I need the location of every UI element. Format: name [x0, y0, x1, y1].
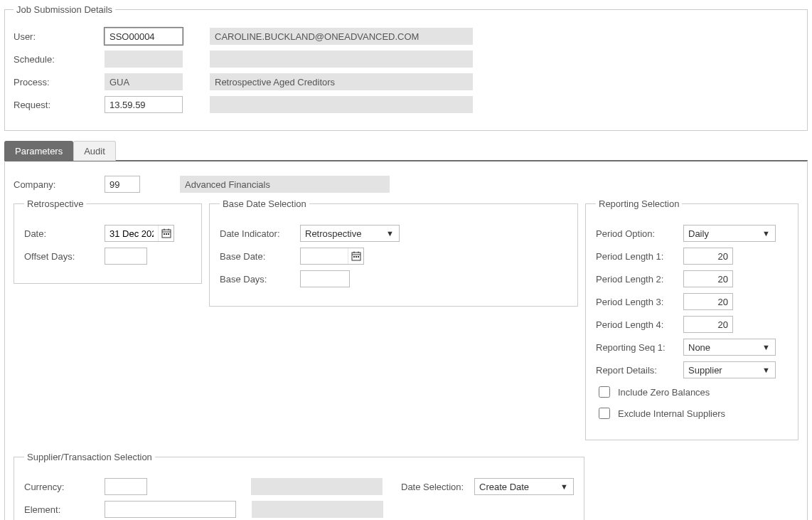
base-date-title: Base Date Selection: [220, 198, 309, 209]
reporting-fieldset: Reporting Selection Period Option: Daily…: [585, 198, 798, 440]
company-label: Company:: [14, 179, 99, 190]
svg-rect-12: [356, 256, 357, 258]
element-label: Element:: [24, 504, 99, 515]
report-details-label: Report Details:: [596, 365, 678, 376]
base-indicator-select[interactable]: Retrospective: [300, 225, 400, 242]
pl2-label: Period Length 2:: [596, 274, 678, 285]
base-days-label: Base Days:: [220, 274, 294, 285]
svg-rect-6: [168, 233, 169, 235]
base-date-input[interactable]: [301, 248, 348, 264]
user-id-input[interactable]: [105, 28, 183, 45]
schedule-label: Schedule:: [14, 54, 99, 65]
retro-date-label: Date:: [24, 228, 99, 239]
svg-rect-11: [353, 256, 355, 258]
schedule-desc-box: [210, 51, 473, 68]
element-input[interactable]: [105, 501, 236, 518]
include-zero-label: Include Zero Balances: [618, 387, 710, 398]
user-desc-box: CAROLINE.BUCKLAND@ONEADVANCED.COM: [210, 28, 473, 45]
retro-date-field: [105, 225, 174, 242]
svg-rect-4: [164, 233, 165, 235]
date-selection-label: Date Selection:: [401, 482, 469, 492]
retro-offset-label: Offset Days:: [24, 251, 99, 262]
supplier-fieldset: Supplier/Transaction Selection Currency:…: [14, 452, 584, 520]
pl3-label: Period Length 3:: [596, 297, 678, 307]
currency-label: Currency:: [24, 482, 99, 492]
request-input[interactable]: [105, 96, 183, 113]
pl4-input[interactable]: [683, 316, 733, 333]
retrospective-title: Retrospective: [24, 198, 86, 209]
base-date-label: Base Date:: [220, 251, 294, 262]
date-selection-select[interactable]: Create Date: [474, 478, 574, 495]
seq1-label: Reporting Seq 1:: [596, 342, 678, 353]
retro-offset-input[interactable]: [105, 248, 147, 265]
pl1-input[interactable]: [683, 248, 733, 265]
base-date-field: [300, 248, 364, 265]
company-input[interactable]: [105, 176, 140, 193]
job-submission-panel: Job Submission Details User: CAROLINE.BU…: [4, 4, 808, 131]
pl3-input[interactable]: [683, 293, 733, 310]
exclude-internal-label: Exclude Internal Suppliers: [618, 408, 725, 419]
period-option-select[interactable]: Daily: [683, 225, 776, 242]
tab-parameters[interactable]: Parameters: [4, 141, 73, 161]
base-days-input[interactable]: [300, 270, 350, 287]
currency-desc-box: [251, 478, 383, 495]
pl2-input[interactable]: [683, 270, 733, 287]
calendar-icon[interactable]: [158, 225, 173, 241]
retrospective-fieldset: Retrospective Date: Offset Days:: [14, 198, 202, 284]
report-details-select[interactable]: Supplier: [683, 361, 776, 378]
process-desc-box: Retrospective Aged Creditors: [210, 73, 473, 90]
svg-rect-5: [166, 233, 167, 235]
element-desc-box: [252, 501, 383, 518]
exclude-internal-checkbox[interactable]: [599, 408, 610, 419]
schedule-input: [105, 51, 183, 68]
tabs: Parameters Audit: [4, 141, 808, 161]
retro-date-input[interactable]: [105, 225, 158, 241]
process-box: GUA: [105, 73, 183, 90]
base-indicator-label: Date Indicator:: [220, 228, 294, 239]
tab-audit[interactable]: Audit: [73, 141, 116, 161]
seq1-select[interactable]: None: [683, 339, 776, 356]
pl1-label: Period Length 1:: [596, 251, 678, 262]
job-submission-title: Job Submission Details: [14, 4, 115, 15]
currency-input[interactable]: [105, 478, 147, 495]
svg-rect-13: [358, 256, 359, 258]
reporting-title: Reporting Selection: [596, 198, 682, 209]
parameters-panel: Company: Advanced Financials Retrospecti…: [4, 160, 808, 520]
include-zero-checkbox[interactable]: [599, 386, 610, 398]
supplier-title: Supplier/Transaction Selection: [24, 452, 155, 462]
request-label: Request:: [14, 100, 99, 110]
user-label: User:: [14, 31, 99, 42]
process-label: Process:: [14, 77, 99, 87]
base-date-fieldset: Base Date Selection Date Indicator: Retr…: [209, 198, 578, 307]
calendar-icon[interactable]: [348, 248, 363, 264]
company-desc-box: Advanced Financials: [180, 176, 390, 193]
request-desc-box: [210, 96, 473, 113]
pl4-label: Period Length 4:: [596, 319, 678, 330]
period-option-label: Period Option:: [596, 228, 678, 239]
